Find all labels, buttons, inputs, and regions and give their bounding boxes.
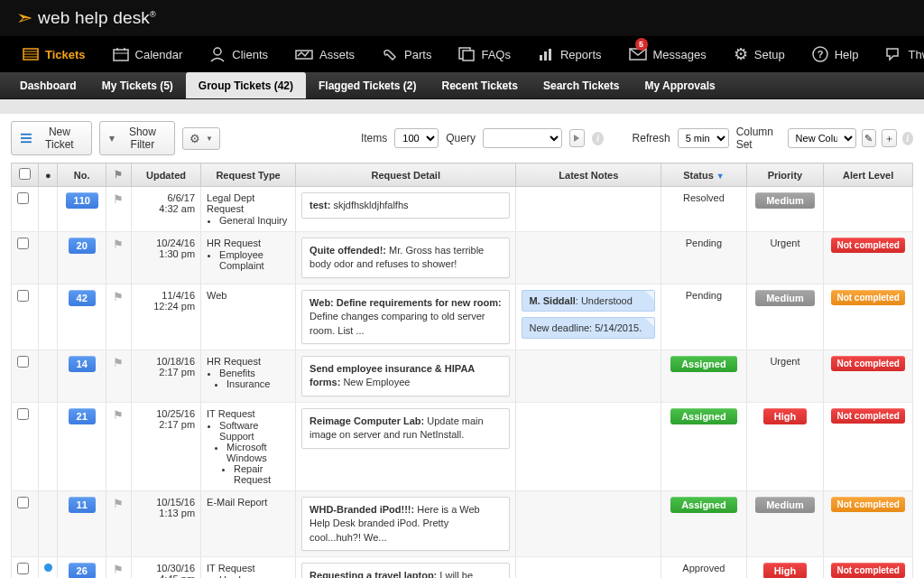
col-header-reqtype[interactable]: Request Type bbox=[201, 163, 296, 187]
nav-item-reports[interactable]: Reports bbox=[526, 36, 614, 72]
ticket-number[interactable]: 14 bbox=[69, 356, 96, 372]
col-header-detail[interactable]: Request Detail bbox=[296, 163, 516, 187]
ticket-number[interactable]: 11 bbox=[69, 497, 96, 513]
detail-box[interactable]: test: skjdfhskldjhfalfhs bbox=[301, 192, 510, 219]
select-all-checkbox[interactable] bbox=[19, 168, 31, 180]
flag-icon[interactable]: ⚑ bbox=[113, 497, 124, 510]
updated-date: 10/15/16 bbox=[137, 497, 195, 508]
row-checkbox[interactable] bbox=[17, 356, 29, 368]
note-box[interactable]: M. Siddall: Understood bbox=[522, 290, 655, 312]
subnav-dashboard[interactable]: Dashboard bbox=[7, 72, 89, 98]
subnav-flagged-tickets-2-[interactable]: Flagged Tickets (2) bbox=[306, 72, 429, 98]
reqtype-sub: Repair Request bbox=[234, 463, 290, 485]
spacer-bar bbox=[0, 99, 924, 114]
detail-box[interactable]: Reimage Computer Lab: Update main image … bbox=[301, 408, 510, 449]
flag-icon[interactable]: ⚑ bbox=[113, 563, 124, 576]
reqtype-head: HR Request bbox=[207, 238, 261, 248]
nav-label: Reports bbox=[560, 48, 602, 61]
nav-item-assets[interactable]: Assets bbox=[283, 36, 366, 72]
col-header-notes[interactable]: Latest Notes bbox=[516, 163, 661, 187]
columnset-info-icon[interactable]: i bbox=[902, 132, 913, 145]
col-header-priority[interactable]: Priority bbox=[746, 163, 824, 187]
updated-time: 4:45 pm bbox=[137, 573, 195, 578]
ticket-number[interactable]: 26 bbox=[69, 563, 96, 578]
table-row[interactable]: 110⚑6/6/174:32 amLegal Dept RequestGener… bbox=[12, 187, 913, 232]
col-header-alert[interactable]: Alert Level bbox=[824, 163, 913, 187]
gear-icon: ⚙ bbox=[189, 132, 200, 145]
help-icon: ? bbox=[812, 46, 828, 62]
show-filter-button[interactable]: ▾ Show Filter bbox=[99, 121, 175, 155]
ticket-number[interactable]: 42 bbox=[69, 290, 96, 306]
col-header-updated[interactable]: Updated bbox=[131, 163, 200, 187]
alert-badge: Not completed bbox=[831, 290, 904, 305]
detail-box[interactable]: Requesting a travel laptop: I will be tr… bbox=[301, 563, 510, 578]
nav-item-messages[interactable]: Messages5 bbox=[617, 36, 718, 72]
row-checkbox[interactable] bbox=[17, 238, 29, 249]
nav-item-parts[interactable]: Parts bbox=[370, 36, 443, 72]
detail-box[interactable]: WHD-Branded iPod!!!: Here is a Web Help … bbox=[301, 497, 510, 551]
col-header-dot[interactable]: ● bbox=[39, 163, 58, 187]
reqtype-head: Web bbox=[207, 290, 226, 301]
ticket-number[interactable]: 21 bbox=[69, 408, 96, 424]
updated-time: 2:17 pm bbox=[137, 419, 195, 430]
row-checkbox[interactable] bbox=[17, 290, 29, 302]
row-checkbox[interactable] bbox=[17, 192, 29, 204]
row-checkbox[interactable] bbox=[17, 408, 29, 420]
play-icon bbox=[574, 135, 579, 142]
detail-box[interactable]: Send employee insurance & HIPAA forms: N… bbox=[301, 356, 510, 396]
detail-title: WHD-Branded iPod!!!: bbox=[310, 504, 414, 515]
detail-box[interactable]: Quite offended!: Mr. Gross has terrible … bbox=[301, 238, 510, 278]
table-row[interactable]: 21⚑10/25/162:17 pmIT RequestSoftware Sup… bbox=[12, 402, 913, 490]
columnset-add-button[interactable]: ＋ bbox=[882, 129, 897, 147]
priority-badge: High bbox=[763, 563, 807, 578]
nav-item-clients[interactable]: Clients bbox=[198, 36, 280, 72]
table-row[interactable]: 14⚑10/18/162:17 pmHR RequestBenefitsInsu… bbox=[12, 350, 913, 402]
nav-label: Parts bbox=[404, 48, 431, 61]
gear-menu-button[interactable]: ⚙ ▼ bbox=[182, 127, 220, 150]
flag-icon[interactable]: ⚑ bbox=[113, 356, 124, 369]
subnav-group-tickets-42-[interactable]: Group Tickets (42) bbox=[186, 72, 306, 98]
nav-item-calendar[interactable]: Calendar bbox=[101, 36, 195, 72]
nav-item-faqs[interactable]: FAQs bbox=[447, 36, 522, 72]
table-row[interactable]: 11⚑10/15/161:13 pmE-Mail ReportWHD-Brand… bbox=[12, 490, 913, 556]
nav-item-help[interactable]: ?Help bbox=[800, 36, 871, 72]
flag-icon[interactable]: ⚑ bbox=[113, 192, 124, 206]
query-select[interactable] bbox=[483, 128, 562, 148]
content-area: New Ticket ▾ Show Filter ⚙ ▼ Items 100 Q… bbox=[0, 114, 924, 578]
subnav-my-tickets-5-[interactable]: My Tickets (5) bbox=[89, 72, 186, 98]
items-select[interactable]: 100 bbox=[394, 128, 439, 148]
table-row[interactable]: 42⚑11/4/1612:24 pmWebWeb: Define require… bbox=[12, 284, 913, 350]
detail-box[interactable]: Web: Define requirements for new room: D… bbox=[301, 290, 510, 344]
chevron-down-icon: ▼ bbox=[206, 135, 213, 143]
table-row[interactable]: 26⚑10/30/164:45 pmIT RequestHardware Sup… bbox=[12, 556, 913, 578]
col-header-checkbox[interactable] bbox=[12, 163, 39, 187]
ticket-number[interactable]: 20 bbox=[69, 238, 96, 254]
refresh-select[interactable]: 5 min bbox=[678, 128, 729, 148]
query-info-icon[interactable]: i bbox=[592, 132, 604, 145]
ticket-number[interactable]: 110 bbox=[66, 192, 98, 209]
note-box[interactable]: New deadline: 5/14/2015. bbox=[522, 317, 655, 339]
tickets-table: ● No. ⚑ Updated Request Type Request Det… bbox=[11, 163, 913, 578]
row-checkbox[interactable] bbox=[17, 563, 29, 574]
subnav-recent-tickets[interactable]: Recent Tickets bbox=[429, 72, 531, 98]
subnav-search-tickets[interactable]: Search Tickets bbox=[531, 72, 633, 98]
flag-icon[interactable]: ⚑ bbox=[113, 238, 124, 251]
col-header-status[interactable]: Status▼ bbox=[661, 163, 746, 187]
flag-header-icon: ⚑ bbox=[114, 169, 123, 180]
subnav-my-approvals[interactable]: My Approvals bbox=[632, 72, 727, 98]
col-header-flag[interactable]: ⚑ bbox=[106, 163, 132, 187]
flag-icon[interactable]: ⚑ bbox=[113, 290, 124, 303]
flag-icon[interactable]: ⚑ bbox=[113, 408, 124, 422]
row-checkbox[interactable] bbox=[17, 497, 29, 508]
nav-item-thwack[interactable]: Thwack bbox=[873, 36, 924, 72]
nav-item-tickets[interactable]: Tickets bbox=[11, 36, 97, 72]
new-ticket-button[interactable]: New Ticket bbox=[11, 121, 92, 155]
col-header-no[interactable]: No. bbox=[58, 163, 106, 187]
nav-item-setup[interactable]: ⚙Setup bbox=[722, 36, 797, 72]
table-row[interactable]: 20⚑10/24/161:30 pmHR RequestEmployee Com… bbox=[12, 232, 913, 284]
columnset-edit-button[interactable]: ✎ bbox=[862, 129, 877, 147]
columnset-select[interactable]: New Colu bbox=[788, 128, 856, 148]
reqtype-sub: Microsoft Windows bbox=[226, 442, 290, 463]
updated-time: 1:30 pm bbox=[137, 248, 195, 259]
query-run-button[interactable] bbox=[569, 129, 586, 147]
